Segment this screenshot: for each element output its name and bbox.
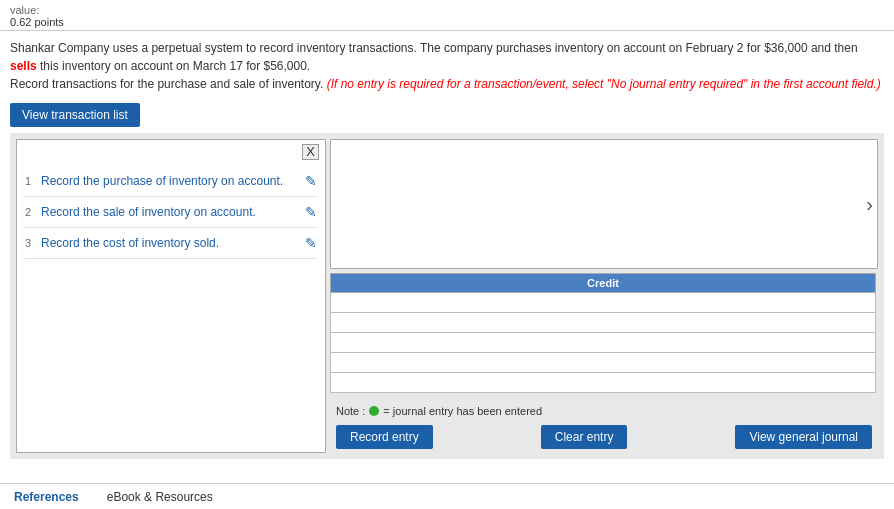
edit-icon-2[interactable]: ✎ [305,204,317,220]
instruction-italic: (If no entry is required for a transacti… [327,77,881,91]
transaction-num-1: 1 [25,175,41,187]
credit-row-5 [331,373,876,393]
problem-text: Shankar Company uses a perpetual system … [0,31,894,97]
transaction-item-1: 1 Record the purchase of inventory on ac… [25,166,317,197]
credit-cell-2[interactable] [331,313,876,333]
transaction-desc-3[interactable]: Record the cost of inventory sold. [41,236,299,250]
credit-table-wrapper: Credit [330,273,878,393]
sells-word: sells [10,59,37,73]
transaction-desc-1[interactable]: Record the purchase of inventory on acco… [41,174,299,188]
main-area: X 1 Record the purchase of inventory on … [10,133,884,459]
tabs-header: References eBook & Resources [0,484,894,509]
transaction-item-3: 3 Record the cost of inventory sold. ✎ [25,228,317,259]
action-buttons: Record entry Clear entry View general jo… [330,421,878,453]
transaction-item-2: 2 Record the sale of inventory on accoun… [25,197,317,228]
chevron-right-icon[interactable]: › [866,193,873,216]
popup-close-button[interactable]: X [302,144,319,160]
tabs-section: References eBook & Resources [0,483,894,509]
transaction-desc-2[interactable]: Record the sale of inventory on account. [41,205,299,219]
edit-icon-1[interactable]: ✎ [305,173,317,189]
credit-cell-1[interactable] [331,293,876,313]
credit-column-header: Credit [331,274,876,293]
top-bar: value: 0.62 points [0,0,894,31]
credit-row-2 [331,313,876,333]
problem-text-1: Shankar Company uses a perpetual system … [10,41,858,55]
note-prefix: Note : [336,405,365,417]
transaction-items-list: 1 Record the purchase of inventory on ac… [17,166,325,259]
credit-cell-3[interactable] [331,333,876,353]
credit-table: Credit [330,273,876,393]
value-label: value: [10,4,884,16]
journal-entry-area: Credit [330,269,878,397]
view-transaction-button[interactable]: View transaction list [10,103,140,127]
points-value: 0.62 points [10,16,884,28]
edit-icon-3[interactable]: ✎ [305,235,317,251]
transaction-num-3: 3 [25,237,41,249]
transaction-list-popup: X 1 Record the purchase of inventory on … [16,139,326,453]
tab-references[interactable]: References [0,484,93,509]
instruction-text: Record transactions for the purchase and… [10,77,323,91]
view-general-journal-button[interactable]: View general journal [735,425,872,449]
tab-ebook-resources[interactable]: eBook & Resources [93,484,227,509]
record-entry-button[interactable]: Record entry [336,425,433,449]
clear-entry-button[interactable]: Clear entry [541,425,628,449]
note-bar: Note : = journal entry has been entered [330,401,878,421]
transaction-num-2: 2 [25,206,41,218]
problem-text-2: this inventory on account on March 17 fo… [37,59,311,73]
green-dot-icon [369,406,379,416]
credit-cell-5[interactable] [331,373,876,393]
right-panel-top: › [330,139,878,269]
right-panel: › Credit [330,139,878,453]
credit-row-1 [331,293,876,313]
credit-row-4 [331,353,876,373]
credit-row-3 [331,333,876,353]
credit-cell-4[interactable] [331,353,876,373]
note-text: = journal entry has been entered [383,405,542,417]
